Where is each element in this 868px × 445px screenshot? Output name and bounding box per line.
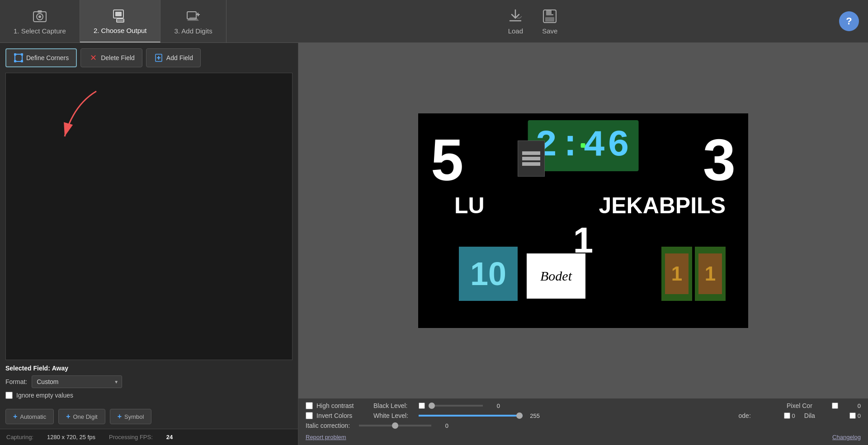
left-panel: Define Corners ✕ Delete Field Add Field (0, 43, 298, 445)
add-icon (154, 53, 164, 63)
capturing-value: 1280 x 720, 25 fps (47, 434, 95, 440)
white-level-slider-container: 255 (419, 412, 730, 419)
high-contrast-checkbox[interactable] (306, 402, 313, 409)
svg-point-2 (38, 15, 41, 18)
invert-colors-checkbox-group: Invert Colors (306, 412, 364, 419)
invert-colors-checkbox[interactable] (306, 412, 313, 419)
one-digit-label: One Digit (73, 413, 98, 420)
arrow-annotation (56, 87, 110, 147)
tab-choose-output[interactable]: 2. Choose Output (80, 0, 161, 42)
ignore-empty-checkbox[interactable] (5, 392, 13, 399)
svg-rect-12 (545, 17, 554, 22)
ignore-empty-label[interactable]: Ignore empty values (16, 392, 73, 399)
black-level-slider[interactable] (429, 405, 483, 407)
bodet-box: Bodet (527, 253, 585, 299)
changelog-link[interactable]: Changelog (832, 434, 861, 440)
load-label: Load (508, 27, 523, 35)
selected-field-label: Selected Field: Away (5, 365, 292, 372)
symbol-button[interactable]: + Symbol (110, 409, 152, 424)
team-left-name: LU (454, 192, 485, 219)
delete-field-label: Delete Field (101, 54, 135, 61)
invert-colors-label[interactable]: Invert Colors (316, 412, 352, 419)
team-right-name: JEKABPILS (599, 192, 726, 219)
fps-value: 24 (166, 434, 173, 440)
delete-field-button[interactable]: ✕ Delete Field (80, 48, 142, 67)
mode-checkbox[interactable] (784, 412, 790, 419)
small-bar-3 (522, 162, 540, 166)
tab-add-digits-label: 3. Add Digits (174, 27, 212, 35)
penalty-inner-2: 1 (698, 253, 722, 294)
canvas-area (5, 73, 292, 360)
format-select[interactable]: Custom (32, 375, 122, 388)
toolbar: 1. Select Capture 2. Choose Output 3. Ad… (0, 0, 868, 43)
help-button[interactable]: ? (839, 11, 859, 31)
add-field-button[interactable]: Add Field (146, 48, 201, 67)
black-level-enable-checkbox[interactable] (419, 403, 425, 409)
score-10-text: 10 (470, 255, 506, 292)
tab-select-capture-label: 1. Select Capture (14, 27, 66, 35)
format-label: Format: (5, 378, 27, 385)
black-level-slider-container: 0 (419, 403, 778, 409)
dila-checkbox[interactable] (849, 412, 856, 419)
add-field-label: Add Field (166, 54, 193, 61)
controls-row-3: Italic correction: 0 (306, 422, 861, 429)
define-corners-icon (14, 53, 24, 63)
format-row: Format: Custom (5, 375, 292, 388)
penalty-box-1: 1 (661, 247, 692, 301)
mode-label: ode: (739, 412, 775, 419)
button-row: Define Corners ✕ Delete Field Add Field (0, 43, 298, 73)
right-panel: 5 2:46 3 LU JEKABPILS 1 (298, 43, 868, 445)
tab-select-capture[interactable]: 1. Select Capture (0, 0, 80, 42)
pixel-cor-checkbox[interactable] (832, 403, 838, 409)
one-digit-button[interactable]: + One Digit (58, 409, 105, 424)
svg-rect-13 (552, 10, 553, 14)
capturing-label: Capturing: (6, 434, 33, 440)
high-contrast-checkbox-group: High contrast (306, 402, 364, 409)
black-level-label: Black Level: (373, 402, 410, 409)
automatic-label: Automatic (20, 413, 46, 420)
toolbar-right: ? (839, 0, 868, 42)
load-action[interactable]: Load (507, 8, 524, 35)
mode-checkbox-group: 0 (784, 412, 795, 419)
pixel-cor-value: 0 (847, 403, 861, 409)
field-info: Selected Field: Away Format: Custom Igno… (0, 360, 298, 406)
scoreboard-image: 5 2:46 3 LU JEKABPILS 1 (418, 113, 748, 328)
penalty-inner-1: 1 (665, 253, 689, 294)
tab-add-digits[interactable]: 3. Add Digits (160, 0, 226, 42)
italic-slider[interactable] (359, 425, 431, 426)
high-contrast-label[interactable]: High contrast (316, 402, 354, 409)
scoreboard-area: 5 2:46 3 LU JEKABPILS 1 (298, 43, 868, 398)
white-level-label: White Level: (373, 412, 410, 419)
svg-rect-15 (14, 53, 16, 56)
main-layout: Define Corners ✕ Delete Field Add Field (0, 43, 868, 445)
controls-row-2: Invert Colors White Level: 255 ode: 0 Di… (306, 412, 861, 419)
format-select-wrapper: Custom (32, 375, 122, 388)
controls-links: Report problem Changelog (306, 432, 861, 441)
one-digit-plus-icon: + (66, 412, 70, 421)
small-bar-1 (522, 151, 540, 155)
symbol-label: Symbol (124, 413, 144, 420)
white-level-slider[interactable] (419, 415, 523, 417)
dila-checkbox-group: 0 (849, 412, 861, 419)
bodet-text: Bodet (540, 268, 572, 284)
mode-value: 0 (792, 412, 795, 419)
pixel-cor-label: Pixel Cor (787, 402, 823, 409)
svg-rect-5 (115, 12, 122, 16)
svg-rect-3 (38, 10, 42, 13)
automatic-button[interactable]: + Automatic (5, 409, 54, 424)
pixel-cor-checkbox-group (832, 403, 838, 409)
penalty-box-2: 1 (695, 247, 726, 301)
ignore-empty-row: Ignore empty values (5, 392, 292, 399)
tab-choose-output-label: 2. Choose Output (94, 27, 147, 34)
save-action[interactable]: Save (542, 8, 558, 35)
save-label: Save (542, 27, 557, 35)
controls-row-1: High contrast Black Level: 0 Pixel Cor 0 (306, 402, 861, 409)
svg-rect-17 (14, 60, 16, 62)
black-level-value: 0 (486, 403, 500, 409)
define-corners-button[interactable]: Define Corners (5, 48, 77, 67)
penalty-num-2: 1 (705, 262, 716, 285)
score-left: 5 (431, 126, 463, 194)
italic-value: 0 (435, 422, 448, 429)
score-10-box: 10 (459, 247, 518, 301)
report-problem-link[interactable]: Report problem (306, 434, 346, 440)
